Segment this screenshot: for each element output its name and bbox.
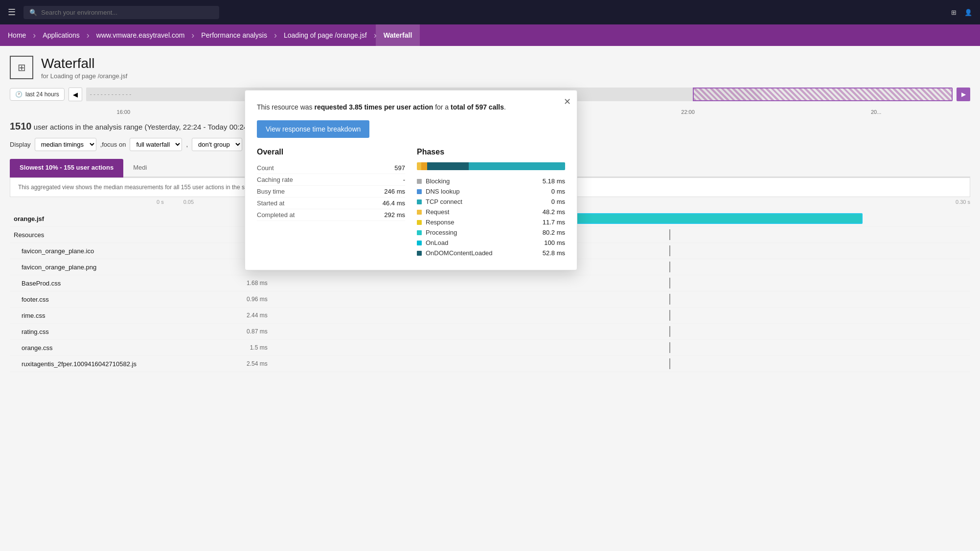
metric-row: Busy time246 ms [257,186,405,198]
phase-row: TCP connect0 ms [417,197,565,207]
ruler-label-005: 0.05 [183,199,194,205]
focus-label: ,focus on [100,141,126,148]
display-label: Display [10,141,31,148]
table-row[interactable]: footer.css0.96 ms [10,291,970,308]
table-row[interactable]: orange.css1.5 ms [10,340,970,356]
phase-list: Blocking5.18 msDNS lookup0 msTCP connect… [417,176,565,258]
prev-btn[interactable]: ◀ [68,88,82,101]
metric-value: - [403,176,405,183]
search-input[interactable] [41,9,213,16]
resource-bar[interactable] [272,340,970,356]
phase-value: 48.2 ms [543,208,565,216]
phase-name: TCP connect [426,198,462,205]
resource-bar[interactable] [272,324,970,340]
phase-name: Request [426,208,449,216]
phase-name: OnLoad [426,239,448,246]
resource-time: 1.5 ms [217,340,272,356]
phase-row: DNS lookup0 ms [417,186,565,197]
table-row[interactable]: rime.css2.44 ms [10,308,970,324]
timing-select[interactable]: median timings [35,138,96,151]
resource-name: rime.css [10,308,217,324]
metric-row: Completed at292 ms [257,209,405,221]
tab-slowest[interactable]: Slowest 10% - 155 user actions [10,159,123,177]
topbar-icons: ⊞ 👤 [951,9,972,16]
table-row[interactable]: BaseProd.css1.68 ms [10,275,970,291]
resource-time: 2.54 ms [217,356,272,372]
time-range-label: last 24 hours [25,91,59,98]
popup-close-btn[interactable]: ✕ [564,96,571,107]
resource-bar[interactable] [272,291,970,308]
resource-time: 0.87 ms [217,324,272,340]
popup-overall: Overall Count597Caching rate-Busy time24… [257,148,417,258]
breadcrumb-site[interactable]: www.vmware.easytravel.com [89,24,193,46]
phase-value: 0 ms [551,188,565,195]
overall-metrics: Count597Caching rate-Busy time246 msStar… [257,162,405,221]
time-range-btn[interactable]: 🕐 last 24 hours [10,88,65,101]
search-icon: 🔍 [29,9,37,16]
phase-row: Request48.2 ms [417,207,565,217]
popup-desc: This resource was requested 3.85 times p… [257,102,565,112]
popup-columns: Overall Count597Caching rate-Busy time24… [257,148,565,258]
resource-name: BaseProd.css [10,275,217,291]
phase-value: 11.7 ms [543,219,565,226]
label-current: 20... [782,109,970,115]
comma-sep: , [186,141,188,148]
phase-name: Blocking [426,177,450,185]
metric-value: 246 ms [384,188,405,195]
resource-bar[interactable] [272,356,970,372]
search-bar[interactable]: 🔍 [23,6,219,19]
resource-bar[interactable] [272,275,970,291]
resource-name: footer.css [10,291,217,308]
user-actions-count: 1510 [10,121,32,132]
ruler-label-030: 0.30 s [956,199,970,205]
metric-value: 46.4 ms [383,199,405,207]
focus-select[interactable]: full waterfall [130,138,182,151]
phase-value: 100 ms [544,239,565,246]
breadcrumb-home[interactable]: Home [0,24,34,46]
view-breakdown-btn[interactable]: View response time breakdown [257,120,369,138]
metric-label: Completed at [257,211,295,219]
metric-label: Count [257,164,274,172]
phase-row: Processing80.2 ms [417,227,565,238]
menu-icon[interactable]: ☰ [8,7,16,18]
label-1600: 16:00 [29,109,218,115]
overall-title: Overall [257,148,405,156]
phase-row: Response11.7 ms [417,217,565,227]
resource-name: Resources [10,227,217,243]
popup-overlay: ✕ This resource was requested 3.85 times… [245,90,577,270]
windows-icon[interactable]: ⊞ [951,9,957,16]
user-actions-desc: user actions in the analysis range (Yest… [34,123,278,131]
breadcrumb-loading[interactable]: Loading of page /orange.jsf [276,24,375,46]
resource-bar[interactable] [272,308,970,324]
main-content: ⊞ Waterfall for Loading of page /orange.… [0,46,980,551]
page-title-block: Waterfall for Loading of page /orange.js… [41,56,127,80]
breadcrumb-perf[interactable]: Performance analysis [193,24,275,46]
phase-bar [417,162,565,170]
user-icon[interactable]: 👤 [964,9,972,16]
popup-highlight1: requested 3.85 times per user action [314,103,433,111]
metric-row: Started at46.4 ms [257,198,405,209]
phases-title: Phases [417,148,565,156]
resource-name: favicon_orange_plane.png [10,259,217,275]
popup-highlight2: total of 597 calls [451,103,504,111]
popup-phases: Phases Blocking5.18 msDNS lookup0 msTCP … [417,148,565,258]
waterfall-icon: ⊞ [18,62,26,73]
tab-median[interactable]: Medi [123,159,157,177]
phase-row: OnLoad100 ms [417,238,565,248]
phase-row: OnDOMContentLoaded52.8 ms [417,248,565,258]
table-row[interactable]: rating.css0.87 ms [10,324,970,340]
metric-label: Started at [257,199,284,207]
page-header: ⊞ Waterfall for Loading of page /orange.… [10,56,970,80]
breadcrumb-waterfall[interactable]: Waterfall [376,24,420,46]
resource-name: orange.css [10,340,217,356]
resource-name: ruxitagentis_2fper.1009416042710582.js [10,356,217,372]
breadcrumb-applications[interactable]: Applications [35,24,88,46]
phase-name: Response [426,219,455,226]
resource-time: 2.44 ms [217,308,272,324]
phase-value: 0 ms [551,198,565,205]
play-btn[interactable]: ▶ [957,88,970,101]
metric-row: Caching rate- [257,174,405,186]
resource-name: favicon_orange_plane.ico [10,243,217,259]
table-row[interactable]: ruxitagentis_2fper.1009416042710582.js2.… [10,356,970,372]
group-select[interactable]: don't group [192,138,242,151]
